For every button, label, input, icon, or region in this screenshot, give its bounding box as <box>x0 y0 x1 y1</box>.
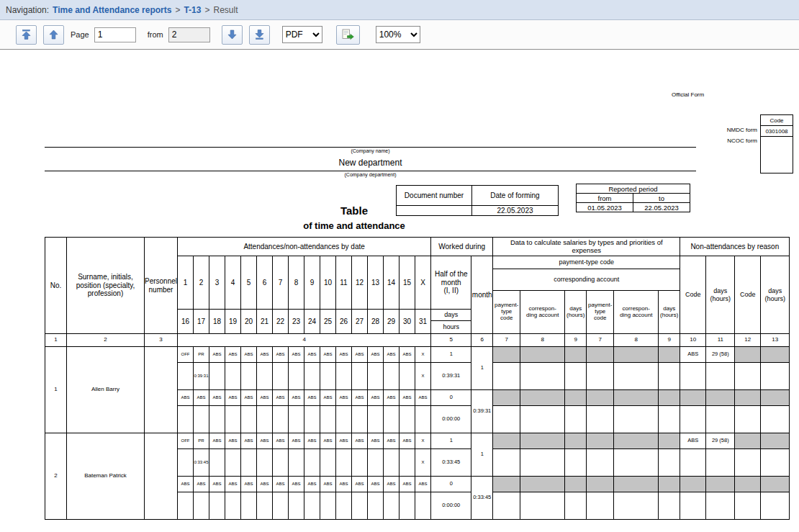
attendance-code-cell: ABS <box>368 390 384 406</box>
col-header-sub-corresponding: correspon- ding account <box>520 291 565 334</box>
nmdc-form-label: NMDC form <box>727 127 757 133</box>
attendance-code-cell: ABS <box>209 347 225 363</box>
attendance-code-cell: ABS <box>225 390 241 406</box>
col-header-sub-days-hours: days (hours) <box>565 291 587 334</box>
date-column-header: 21 <box>257 310 273 334</box>
next-page-button[interactable] <box>222 25 243 45</box>
format-select[interactable]: PDF <box>282 26 322 43</box>
column-number-cell: 10 <box>680 334 706 347</box>
payment-cell <box>493 433 520 449</box>
department-name: New department <box>45 158 696 168</box>
nonattendance-cell <box>680 449 706 477</box>
next-page-icon <box>227 30 237 40</box>
attendance-hours-cell <box>320 363 336 390</box>
date-of-forming-header: Date of forming <box>472 186 559 206</box>
payment-cell <box>614 433 659 449</box>
date-column-header: 9 <box>304 256 320 310</box>
date-column-header: 31 <box>415 310 431 334</box>
payment-cell <box>614 492 659 520</box>
attendance-hours-cell <box>304 406 320 433</box>
nonattendance-days-cell: 29 (58) <box>706 433 735 449</box>
month-days-total: 1 <box>471 347 493 390</box>
attendance-code-cell: ABS <box>304 477 320 492</box>
nonattendance-cell <box>706 449 735 477</box>
total-pages-input[interactable] <box>168 27 210 42</box>
payment-cell <box>493 406 520 433</box>
breadcrumb-link-reports[interactable]: Time and Attendance reports <box>53 5 171 15</box>
last-page-icon <box>255 30 264 40</box>
export-button[interactable] <box>336 25 360 45</box>
attendance-code-cell: ABS <box>273 347 289 363</box>
from-label: from <box>148 30 163 39</box>
nonattendance-cell <box>706 390 735 406</box>
ncoc-form-label: NCOC form <box>727 137 757 144</box>
attendance-hours-cell <box>384 492 400 520</box>
attendance-code-cell: ABS <box>241 390 257 406</box>
breadcrumb-separator: > <box>204 5 209 15</box>
page-input[interactable] <box>94 27 136 42</box>
zoom-select[interactable]: 100% <box>376 26 420 43</box>
nonattendance-cell <box>706 406 735 433</box>
company-name-caption: (Company name) <box>45 148 696 153</box>
page-label: Page <box>71 30 89 39</box>
nonattendance-cell <box>761 492 790 520</box>
attendance-hours-cell <box>178 363 194 390</box>
attendance-code-cell: ABS <box>225 433 241 449</box>
attendance-hours-cell <box>352 406 368 433</box>
col-header-worked-during: Worked during <box>431 238 493 256</box>
code-box-header: Code <box>761 115 793 126</box>
date-column-header: 16 <box>178 310 194 334</box>
employee-codes-row-first-half: 1Allen BarryOFFPRABSABSABSABSABSABSABSAB… <box>45 347 790 363</box>
nonattendance-days-cell <box>761 433 790 449</box>
attendance-hours-cell <box>209 492 225 520</box>
payment-cell <box>614 363 659 390</box>
attendance-hours-cell <box>289 363 304 390</box>
payment-cell <box>520 347 565 363</box>
payment-cell <box>614 406 659 433</box>
attendance-code-cell: OFF <box>178 347 194 363</box>
attendance-code-cell: ABS <box>320 347 336 363</box>
half2-hours-total: 0:00:00 <box>431 492 471 520</box>
col-header-hours: hours <box>431 321 471 334</box>
report-toolbar: Page from PDF 100% <box>0 20 799 50</box>
first-page-button[interactable] <box>16 25 37 45</box>
attendance-hours-cell <box>368 492 384 520</box>
nonattendance-cell <box>706 492 735 520</box>
last-page-button[interactable] <box>249 25 270 45</box>
attendance-code-cell: ABS <box>225 347 241 363</box>
payment-cell <box>520 433 565 449</box>
attendance-code-cell: ABS <box>304 433 320 449</box>
attendance-code-cell: ABS <box>273 433 289 449</box>
attendance-code-cell: ABS <box>257 433 273 449</box>
attendance-code-cell: ABS <box>320 477 336 492</box>
attendance-hours-cell <box>336 492 352 520</box>
previous-page-button[interactable] <box>43 25 64 45</box>
attendance-hours-cell <box>352 492 368 520</box>
col-header-attendances: Attendances/non-attendances by date <box>178 238 431 256</box>
attendance-code-cell: ABS <box>352 390 368 406</box>
breadcrumb-link-t13[interactable]: T-13 <box>184 5 201 15</box>
column-number-cell: 9 <box>565 334 587 347</box>
attendance-hours-cell <box>304 492 320 520</box>
col-header-days-hours-2: days (hours) <box>761 256 790 334</box>
nonattendance-code-cell <box>735 347 761 363</box>
nonattendance-cell <box>680 363 706 390</box>
payment-cell <box>587 477 614 492</box>
nonattendance-days-cell: 29 (58) <box>706 347 735 363</box>
payment-cell <box>587 492 614 520</box>
date-column-header: 2 <box>194 256 209 310</box>
attendance-code-cell: PR <box>194 347 209 363</box>
col-header-nonattendances: Non-attendances by reason <box>680 238 790 256</box>
half2-days-total: 0 <box>431 390 471 406</box>
attendance-hours-cell <box>178 492 194 520</box>
date-column-header: 30 <box>400 310 415 334</box>
nonattendance-cell <box>761 477 790 492</box>
attendance-code-cell: ABS <box>289 390 304 406</box>
payment-cell <box>565 363 587 390</box>
column-number-cell: 6 <box>471 334 493 347</box>
payment-cell <box>565 406 587 433</box>
attendance-hours-cell <box>241 449 257 477</box>
breadcrumb-separator: > <box>175 5 180 15</box>
employee-codes-row-first-half: 2Bateman PatrickOFFPRABSABSABSABSABSABSA… <box>45 433 790 449</box>
payment-cell <box>520 390 565 406</box>
